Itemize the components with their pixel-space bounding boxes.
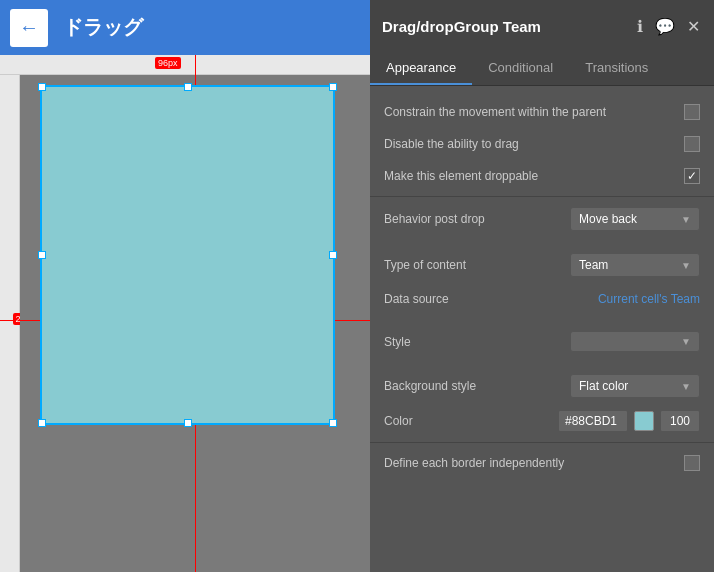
panel-header: Drag/dropGroup Team ℹ 💬 ✕ (370, 0, 714, 52)
canvas-area: ← ドラッグ 96px 26px (0, 0, 370, 572)
row-droppable: Make this element droppable ✓ (370, 160, 714, 192)
row-border: Define each border independently (370, 447, 714, 479)
checkbox-droppable[interactable]: ✓ (684, 168, 700, 184)
handle-bot-mid[interactable] (184, 419, 192, 427)
color-hex-value[interactable]: #88CBD1 (558, 410, 628, 432)
tab-conditional[interactable]: Conditional (472, 52, 569, 85)
dropdown-bg-style[interactable]: Flat color ▼ (570, 374, 700, 398)
label-behavior: Behavior post drop (384, 212, 570, 226)
dropdown-style[interactable]: ▼ (570, 331, 700, 352)
label-border: Define each border independently (384, 456, 684, 470)
opacity-value[interactable]: 100 (660, 410, 700, 432)
handle-mid-left[interactable] (38, 251, 46, 259)
dropdown-style-arrow: ▼ (681, 336, 691, 347)
tab-transitions[interactable]: Transitions (569, 52, 664, 85)
checkbox-constrain[interactable] (684, 104, 700, 120)
handle-top-left[interactable] (38, 83, 46, 91)
dropdown-bg-style-arrow: ▼ (681, 381, 691, 392)
checkbox-disable-drag[interactable] (684, 136, 700, 152)
close-icon[interactable]: ✕ (685, 15, 702, 38)
row-behavior: Behavior post drop Move back ▼ (370, 201, 714, 237)
canvas-toolbar: ← ドラッグ (0, 0, 370, 55)
drag-drop-element[interactable] (40, 85, 335, 425)
ruler-96px-label: 96px (155, 57, 181, 69)
handle-top-mid[interactable] (184, 83, 192, 91)
handle-mid-right[interactable] (329, 251, 337, 259)
dropdown-content-type-value: Team (579, 258, 608, 272)
color-swatch[interactable] (634, 411, 654, 431)
row-content-type: Type of content Team ▼ (370, 247, 714, 283)
handle-bot-left[interactable] (38, 419, 46, 427)
top-ruler: 96px (0, 55, 370, 75)
row-bg-style: Background style Flat color ▼ (370, 368, 714, 404)
label-bg-style: Background style (384, 379, 570, 393)
label-droppable: Make this element droppable (384, 169, 684, 183)
canvas-work-area (20, 75, 370, 572)
dropdown-behavior[interactable]: Move back ▼ (570, 207, 700, 231)
chat-icon[interactable]: 💬 (653, 15, 677, 38)
dropdown-content-type-arrow: ▼ (681, 260, 691, 271)
tabs-bar: Appearance Conditional Transitions (370, 52, 714, 86)
back-icon: ← (19, 16, 39, 39)
divider-1 (370, 196, 714, 197)
label-constrain: Constrain the movement within the parent (384, 105, 684, 119)
canvas-title: ドラッグ (63, 14, 143, 41)
back-button[interactable]: ← (10, 9, 48, 47)
label-content-type: Type of content (384, 258, 570, 272)
ruler-line-v (195, 55, 196, 75)
right-panel: Drag/dropGroup Team ℹ 💬 ✕ Appearance Con… (370, 0, 714, 572)
info-icon[interactable]: ℹ (635, 15, 645, 38)
row-disable-drag: Disable the ability to drag (370, 128, 714, 160)
row-data-source: Data source Current cell's Team (370, 283, 714, 315)
panel-body: Constrain the movement within the parent… (370, 86, 714, 572)
color-control: #88CBD1 100 (558, 410, 700, 432)
divider-2 (370, 442, 714, 443)
row-color: Color #88CBD1 100 (370, 404, 714, 438)
panel-title: Drag/dropGroup Team (382, 18, 541, 35)
gap-2 (370, 315, 714, 325)
label-color: Color (384, 414, 558, 428)
gap-1 (370, 237, 714, 247)
label-style: Style (384, 335, 570, 349)
left-ruler: 26px (0, 75, 20, 572)
dropdown-bg-style-value: Flat color (579, 379, 628, 393)
handle-top-right[interactable] (329, 83, 337, 91)
dropdown-behavior-value: Move back (579, 212, 637, 226)
label-data-source: Data source (384, 292, 598, 306)
link-data-source[interactable]: Current cell's Team (598, 292, 700, 306)
panel-icons: ℹ 💬 ✕ (635, 15, 702, 38)
dropdown-content-type[interactable]: Team ▼ (570, 253, 700, 277)
row-constrain: Constrain the movement within the parent (370, 96, 714, 128)
gap-3 (370, 358, 714, 368)
dropdown-behavior-arrow: ▼ (681, 214, 691, 225)
row-style: Style ▼ (370, 325, 714, 358)
canvas-content: 26px (0, 75, 370, 572)
label-disable-drag: Disable the ability to drag (384, 137, 684, 151)
tab-appearance[interactable]: Appearance (370, 52, 472, 85)
checkbox-border[interactable] (684, 455, 700, 471)
handle-bot-right[interactable] (329, 419, 337, 427)
